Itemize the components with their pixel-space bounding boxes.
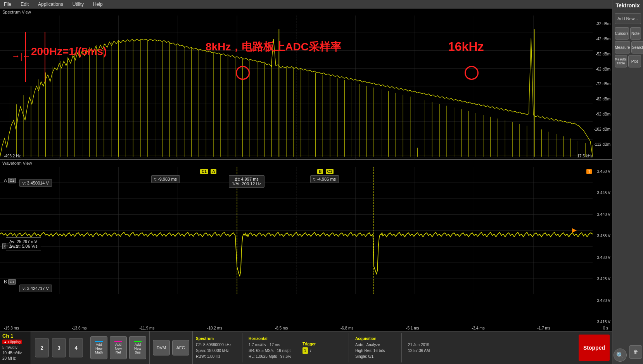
- menu-utility[interactable]: Utility: [71, 1, 85, 8]
- meas-delta: Δt: 4.997 ms 1/Δt: 200.12 Hz: [229, 175, 264, 188]
- y-volt-1: 3.445 V: [597, 191, 610, 195]
- meas-volt-b: v: 3.424717 V: [19, 285, 52, 292]
- ch1-info: Ch 1 ▲ Clipping 5 mV/div 10 dBm/div 20 M…: [0, 331, 31, 364]
- trigger-ch: 1 /: [302, 347, 344, 354]
- plot-btn[interactable]: Plot: [628, 55, 641, 67]
- add-new-bus-btn[interactable]: AddNewBus: [129, 336, 146, 359]
- btn-ch2[interactable]: 2: [35, 338, 49, 357]
- stopped-button[interactable]: Stopped: [579, 335, 610, 361]
- meas-time-b: t: -4.986 ms: [310, 175, 339, 183]
- y-volt-6: 3.420 V: [597, 298, 610, 303]
- acquisition-info-title: Acquisition: [355, 336, 397, 341]
- horiz-sr: SR: 62.5 MS/s 16 ns/pt: [249, 348, 291, 354]
- y-volt-5: 3.425 V: [597, 277, 610, 281]
- circle-8k-marker: [236, 66, 250, 80]
- cursor-b-c1-tag: C1: [326, 169, 334, 174]
- dvm-afg-group: DVM AFG: [150, 331, 193, 364]
- bus-line-icon: [134, 341, 142, 342]
- brand-container: Tektronix: [616, 2, 640, 10]
- delta-v-dt-text: Δv/Δt: 5.06 V/s: [9, 244, 38, 248]
- waveform-x-labels: -15.3 ms -13.6 ms -11.9 ms -10.2 ms -8.5…: [4, 326, 608, 330]
- y-volt-4: 3.430 V: [597, 255, 610, 260]
- btn-ch3[interactable]: 3: [52, 338, 66, 357]
- x-time-0: -15.3 ms: [4, 326, 19, 330]
- horiz-timediv-val: 1.7 ms/div: [249, 343, 266, 347]
- math-line-icon: [95, 341, 103, 342]
- y-volt-0: 3.450 V: [597, 169, 610, 174]
- spectrum-y-label-6: -92 dBm: [594, 112, 610, 116]
- ch1-settings: 5 mV/div 10 dBm/div 20 MHz: [2, 345, 28, 361]
- x-time-5: -6.8 ms: [341, 326, 353, 330]
- waveform-view: Waveform View C1 A B C1 T t: -9.983 ms Δ…: [0, 160, 612, 331]
- horiz-sr-val: SR: 62.5 MS/s: [249, 348, 273, 353]
- horizontal-info-title: Horizontal: [249, 336, 291, 341]
- spectrum-y-label-8: -112 dBm: [594, 142, 610, 147]
- y-volt-7: 3.415 V: [597, 320, 610, 324]
- acquisition-info-block: Acquisition Auto, Analyze High Res: 16 b…: [355, 333, 402, 362]
- spectrum-span: Span: 18.0000 kHz: [196, 348, 237, 354]
- horizontal-info-block: Horizontal 1.7 ms/div 17 ms SR: 62.5 MS/…: [249, 333, 296, 362]
- add-new-btn[interactable]: Add New...: [615, 13, 641, 24]
- dvm-btn[interactable]: DVM: [153, 340, 170, 355]
- annotation-16khz: 16kHz: [448, 40, 484, 54]
- y-volt-2: 3.440 V: [597, 212, 610, 217]
- horiz-timediv: 1.7 ms/div 17 ms: [249, 342, 291, 348]
- acq-single: Single: 0/1: [355, 354, 397, 359]
- measure-btn[interactable]: Measure: [615, 41, 631, 53]
- svg-marker-122: [572, 228, 577, 233]
- trigger-info-title: Trigger: [302, 342, 344, 346]
- btn-ch4[interactable]: 4: [69, 338, 83, 357]
- trash-btn[interactable]: 🗑: [629, 345, 642, 359]
- search-btn[interactable]: Search: [631, 41, 643, 53]
- add-new-math-label: AddNewMath: [95, 343, 103, 354]
- x-time-9: 0 s: [603, 326, 608, 330]
- cursor-b-tag: B: [317, 169, 323, 174]
- sidebar-pair-3: Results Table Plot: [615, 55, 641, 67]
- cursors-btn[interactable]: Cursors: [615, 27, 629, 40]
- results-table-btn[interactable]: Results Table: [615, 55, 627, 67]
- spectrum-view: Spectrum View →|← 200Hz=1/(5ms) 8kHz，电路板…: [0, 9, 612, 160]
- add-new-bus-label: AddNewBus: [134, 343, 141, 354]
- afg-btn[interactable]: AFG: [172, 340, 189, 355]
- meas-volt-a: v: 3.450014 V: [19, 179, 52, 187]
- cursor-b-marker[interactable]: B C1: [317, 167, 334, 174]
- trigger-info-block: Trigger 1 /: [302, 333, 349, 362]
- x-time-1: -13.6 ms: [72, 326, 87, 330]
- waveform-svg: [0, 167, 593, 294]
- ch-a-badge: C1: [8, 178, 16, 183]
- cursor-t-tag: T: [586, 169, 592, 174]
- meas-time-a: t: -9.983 ms: [151, 175, 180, 183]
- menu-file[interactable]: File: [2, 1, 13, 8]
- meas-delta-inv: 1/Δt: 200.12 Hz: [232, 181, 261, 186]
- note-btn[interactable]: Note: [630, 27, 641, 40]
- acq-bits: High Res: 16 bits: [355, 348, 397, 354]
- spectrum-y-labels: -32 dBm -42 dBm -52 dBm -62 dBm -72 dBm …: [594, 9, 610, 159]
- spectrum-info-title: Spectrum: [196, 336, 237, 341]
- x-time-7: -3.4 ms: [472, 326, 484, 330]
- horiz-timediv2: 17 ms: [270, 343, 280, 347]
- add-new-math-btn[interactable]: AddNewMath: [90, 336, 107, 359]
- meas-delta-dt: Δt: 4.997 ms: [235, 177, 259, 181]
- zoom-btn[interactable]: 🔍: [614, 348, 627, 362]
- spectrum-info-block: Spectrum CF: 8.50680000 kHz Span: 18.000…: [196, 333, 242, 362]
- add-new-ref-btn[interactable]: AddNewRef: [110, 336, 127, 359]
- ch-label-b: B C1: [4, 279, 16, 285]
- menu-edit[interactable]: Edit: [19, 1, 30, 8]
- cursor-a-marker[interactable]: C1 A: [200, 167, 216, 174]
- status-bar: Ch 1 ▲ Clipping 5 mV/div 10 dBm/div 20 M…: [0, 331, 612, 364]
- menu-help[interactable]: Help: [92, 1, 104, 8]
- horiz-rl-val: RL: 1.0625 Mpts: [249, 354, 277, 359]
- trigger-ch-badge: 1: [302, 347, 308, 354]
- horiz-rl: RL: 1.0625 Mpts 97.6%: [249, 354, 291, 359]
- spectrum-y-label-7: -102 dBm: [594, 127, 610, 131]
- spectrum-y-label-1: -42 dBm: [594, 37, 610, 41]
- main-area: File Edit Applications Utility Help Spec…: [0, 0, 612, 364]
- waveform-y-labels: 3.450 V 3.445 V 3.440 V 3.435 V 3.430 V …: [597, 169, 610, 324]
- cursor-a-c1-tag: C1: [200, 169, 208, 174]
- clipping-badge: ▲ Clipping: [2, 340, 22, 344]
- cursor-t-marker[interactable]: T: [586, 167, 592, 174]
- menu-applications[interactable]: Applications: [36, 1, 65, 8]
- ch-b-badge: C1: [8, 279, 16, 285]
- y-volt-3: 3.435 V: [597, 234, 610, 238]
- x-time-4: -8.5 ms: [275, 326, 288, 330]
